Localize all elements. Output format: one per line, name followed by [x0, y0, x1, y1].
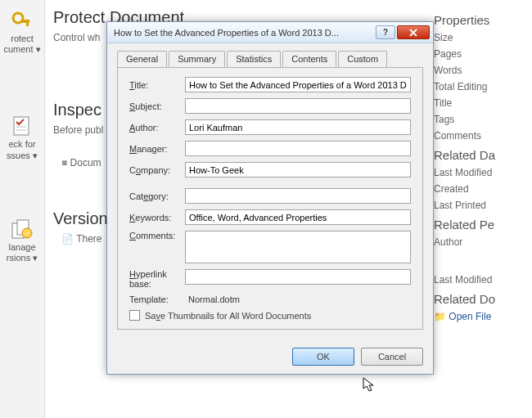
prop-created: Created	[434, 183, 527, 195]
manage-versions-button[interactable]: lanage rsions ▾	[3, 215, 41, 272]
related-people-heading: Related Pe	[434, 218, 527, 231]
svg-rect-2	[26, 23, 29, 26]
dropdown-icon: ▾	[36, 44, 41, 54]
properties-dialog: How to Set the Advanced Properties of a …	[106, 21, 434, 375]
category-label: Category:	[129, 191, 185, 201]
checklist-icon	[11, 115, 34, 137]
comments-field[interactable]	[185, 231, 411, 263]
ok-button[interactable]: OK	[292, 348, 354, 366]
keywords-field[interactable]	[185, 209, 411, 225]
tab-strip: General Summary Statistics Contents Cust…	[117, 51, 423, 68]
prop-last-modified-by: Last Modified	[434, 274, 527, 285]
template-label: Template:	[129, 294, 185, 304]
manager-field[interactable]	[185, 141, 411, 156]
svg-rect-3	[14, 117, 29, 135]
svg-point-8	[22, 228, 32, 238]
tab-custom[interactable]: Custom	[338, 51, 387, 67]
ribbon-check-line2: ssues	[7, 151, 30, 160]
prop-editing: Total Editing	[434, 81, 527, 92]
dialog-title: How to Set the Advanced Properties of a …	[114, 28, 374, 38]
comments-label: Comments:	[129, 231, 185, 240]
manager-label: Manager:	[129, 144, 185, 154]
ribbon-protect-line1: rotect	[11, 34, 34, 43]
prop-tags: Tags	[434, 114, 527, 125]
title-label: Title:	[129, 80, 185, 90]
ribbon-protect-line2: cument	[3, 44, 33, 54]
tab-general[interactable]: General	[117, 51, 167, 67]
company-field[interactable]	[185, 162, 411, 178]
ribbon-check-line1: eck for	[8, 139, 35, 149]
tab-summary[interactable]: Summary	[169, 51, 225, 67]
subject-label: Subject:	[129, 101, 185, 111]
cancel-button[interactable]: Cancel	[361, 348, 423, 366]
dialog-titlebar[interactable]: How to Set the Advanced Properties of a …	[107, 22, 433, 43]
protect-document-button[interactable]: rotect cument ▾	[3, 7, 41, 63]
hyperlink-field[interactable]	[185, 269, 411, 285]
dropdown-icon: ▾	[33, 151, 38, 160]
save-thumbnails-label: Save Thumbnails for All Word Documents	[145, 311, 311, 321]
template-value: Normal.dotm	[185, 294, 411, 304]
summary-tab-panel: Title: Subject: Author: Manager: Company…	[117, 67, 423, 330]
related-dates-heading: Related Da	[434, 148, 527, 162]
properties-panel: Properties Size Pages Words Total Editin…	[434, 7, 532, 327]
check-for-issues-button[interactable]: eck for ssues ▾	[3, 112, 41, 169]
prop-title: Title	[434, 97, 527, 109]
author-label: Author:	[129, 123, 185, 133]
company-label: Company:	[129, 165, 185, 175]
ribbon-strip: rotect cument ▾ eck for ssues ▾ lanage r…	[0, 0, 45, 418]
properties-heading[interactable]: Properties	[434, 13, 527, 27]
related-docs-heading: Related Do	[434, 292, 527, 306]
hyperlink-label: Hyperlinkbase:	[129, 269, 185, 289]
cursor-icon	[363, 377, 377, 393]
prop-author: Author	[434, 236, 527, 248]
close-icon	[408, 29, 418, 37]
ribbon-manage-line2: rsions	[7, 253, 30, 263]
help-button[interactable]: ?	[376, 25, 395, 39]
keywords-label: Keywords:	[129, 213, 185, 222]
prop-last-modified: Last Modified	[434, 167, 527, 178]
author-field[interactable]	[185, 119, 411, 135]
versions-icon	[11, 218, 34, 240]
category-field[interactable]	[185, 188, 411, 204]
prop-words: Words	[434, 65, 527, 76]
prop-last-printed: Last Printed	[434, 200, 527, 211]
tab-contents[interactable]: Contents	[282, 51, 336, 67]
dropdown-icon: ▾	[33, 253, 38, 263]
title-field[interactable]	[185, 77, 411, 92]
open-file-link[interactable]: 📁 Open File	[434, 311, 527, 322]
save-thumbnails-checkbox[interactable]	[129, 310, 140, 321]
close-button[interactable]	[397, 25, 430, 39]
prop-comments: Comments	[434, 130, 527, 142]
prop-pages: Pages	[434, 48, 527, 60]
key-icon	[10, 10, 34, 31]
ribbon-manage-line1: lanage	[8, 242, 35, 252]
tab-statistics[interactable]: Statistics	[227, 51, 281, 67]
prop-size: Size	[434, 32, 527, 43]
svg-rect-1	[21, 20, 29, 23]
subject-field[interactable]	[185, 98, 411, 114]
